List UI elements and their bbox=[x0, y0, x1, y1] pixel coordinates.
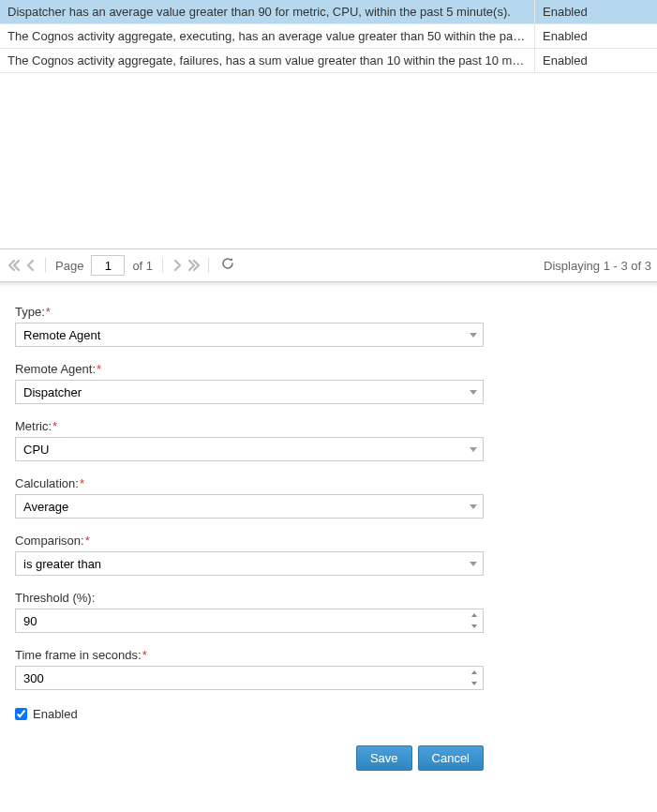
save-button[interactable]: Save bbox=[356, 745, 412, 771]
enabled-label: Enabled bbox=[33, 707, 78, 721]
spinner-down-icon[interactable] bbox=[466, 621, 483, 632]
page-input[interactable] bbox=[91, 255, 125, 276]
remote-agent-input[interactable] bbox=[16, 381, 464, 403]
of-label: of 1 bbox=[132, 259, 153, 273]
prev-page-button[interactable] bbox=[22, 254, 39, 277]
form-area: Type:* Remote Agent:* Metric:* Calculati… bbox=[0, 288, 657, 782]
dropdown-trigger-icon[interactable] bbox=[464, 381, 483, 403]
cancel-button[interactable]: Cancel bbox=[418, 745, 484, 771]
type-input[interactable] bbox=[16, 323, 464, 346]
pager-toolbar: Page of 1 Displaying 1 - 3 of 3 bbox=[0, 248, 657, 282]
table-row[interactable]: The Cognos activity aggregate, failures,… bbox=[0, 49, 657, 73]
table-row[interactable]: The Cognos activity aggregate, executing… bbox=[0, 24, 657, 49]
metric-label: Metric:* bbox=[15, 419, 484, 433]
rule-description: The Cognos activity aggregate, executing… bbox=[0, 24, 535, 48]
display-info: Displaying 1 - 3 of 3 bbox=[544, 259, 651, 273]
grid-body: Dispatcher has an average value greater … bbox=[0, 0, 657, 248]
table-row[interactable]: Dispatcher has an average value greater … bbox=[0, 0, 657, 24]
last-page-button[interactable] bbox=[186, 254, 202, 277]
comparison-combo[interactable] bbox=[15, 551, 484, 576]
type-label: Type:* bbox=[15, 305, 484, 319]
comparison-label: Comparison:* bbox=[15, 534, 484, 548]
refresh-button[interactable] bbox=[215, 256, 241, 276]
timeframe-spinner[interactable] bbox=[15, 666, 484, 690]
spinner-up-icon[interactable] bbox=[466, 667, 483, 678]
page-label: Page bbox=[55, 259, 83, 273]
comparison-input[interactable] bbox=[16, 552, 464, 575]
enabled-checkbox-row: Enabled bbox=[15, 707, 642, 721]
rule-description: The Cognos activity aggregate, failures,… bbox=[0, 49, 535, 72]
threshold-input[interactable] bbox=[16, 609, 466, 632]
metric-combo[interactable] bbox=[15, 437, 484, 461]
type-combo[interactable] bbox=[15, 323, 484, 347]
remote-agent-combo[interactable] bbox=[15, 380, 484, 404]
calculation-input[interactable] bbox=[16, 495, 464, 518]
metric-input[interactable] bbox=[16, 438, 464, 460]
spinner-up-icon[interactable] bbox=[466, 609, 483, 621]
rule-status: Enabled bbox=[535, 0, 657, 23]
threshold-label: Threshold (%): bbox=[15, 591, 484, 605]
rule-status: Enabled bbox=[535, 24, 657, 48]
dropdown-trigger-icon[interactable] bbox=[464, 552, 483, 575]
rules-grid: Dispatcher has an average value greater … bbox=[0, 0, 657, 248]
dropdown-trigger-icon[interactable] bbox=[464, 438, 483, 460]
separator bbox=[45, 258, 46, 273]
timeframe-input[interactable] bbox=[16, 667, 466, 689]
separator bbox=[208, 258, 209, 273]
button-bar: Save Cancel bbox=[15, 745, 484, 771]
enabled-checkbox[interactable] bbox=[15, 708, 27, 720]
rule-description: Dispatcher has an average value greater … bbox=[0, 0, 535, 23]
calculation-label: Calculation:* bbox=[15, 476, 484, 490]
dropdown-trigger-icon[interactable] bbox=[464, 495, 483, 518]
first-page-button[interactable] bbox=[6, 254, 22, 277]
spinner-down-icon[interactable] bbox=[466, 678, 483, 689]
separator bbox=[162, 258, 163, 273]
timeframe-label: Time frame in seconds:* bbox=[15, 648, 484, 662]
dropdown-trigger-icon[interactable] bbox=[464, 323, 483, 346]
next-page-button[interactable] bbox=[169, 254, 186, 277]
remote-agent-label: Remote Agent:* bbox=[15, 362, 484, 376]
rule-status: Enabled bbox=[535, 49, 657, 72]
threshold-spinner[interactable] bbox=[15, 609, 484, 633]
calculation-combo[interactable] bbox=[15, 494, 484, 519]
